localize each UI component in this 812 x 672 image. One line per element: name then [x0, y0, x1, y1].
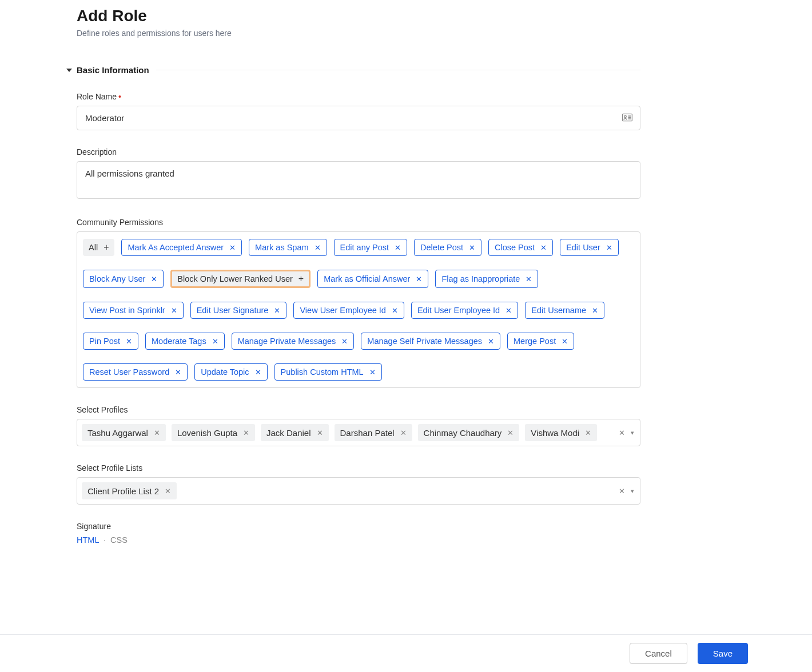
remove-icon[interactable]: ✕: [151, 275, 157, 283]
profile-tag[interactable]: Lovenish Gupta✕: [172, 424, 255, 441]
save-button[interactable]: Save: [698, 643, 748, 664]
remove-icon[interactable]: ✕: [126, 338, 132, 345]
remove-icon[interactable]: ✕: [165, 487, 171, 495]
permission-chip[interactable]: Manage Self Private Messages✕: [361, 333, 500, 350]
remove-icon[interactable]: ✕: [171, 307, 177, 314]
permission-chip[interactable]: Pin Post✕: [83, 333, 138, 350]
role-name-input[interactable]: [77, 106, 640, 130]
svg-point-1: [624, 115, 627, 118]
remove-icon[interactable]: ✕: [507, 429, 514, 437]
footer: Cancel Save: [0, 634, 812, 672]
profile-list-tag[interactable]: Client Profile List 2✕: [82, 482, 177, 499]
community-permissions-box[interactable]: All+Mark As Accepted Answer✕Mark as Spam…: [77, 231, 640, 388]
remove-icon[interactable]: ✕: [229, 244, 236, 251]
permission-chip[interactable]: Flag as Inappropriate✕: [435, 270, 538, 288]
permission-chip[interactable]: Manage Private Messages✕: [232, 333, 355, 350]
remove-icon[interactable]: ✕: [395, 244, 401, 251]
profile-tag[interactable]: Chinmay Chaudhary✕: [418, 424, 520, 441]
description-label: Description: [77, 147, 640, 157]
remove-icon[interactable]: ✕: [392, 307, 398, 314]
permission-chip[interactable]: Block Any User✕: [83, 270, 164, 288]
remove-icon[interactable]: ✕: [585, 429, 591, 437]
select-profiles-label: Select Profiles: [77, 405, 640, 414]
permission-chip[interactable]: Edit User Signature✕: [190, 302, 287, 319]
permission-chip-all[interactable]: All+: [83, 239, 114, 256]
remove-icon[interactable]: ✕: [562, 338, 568, 345]
chevron-down-icon[interactable]: ▾: [631, 487, 634, 495]
remove-icon[interactable]: ✕: [469, 244, 475, 251]
remove-icon[interactable]: ✕: [505, 307, 512, 314]
remove-icon[interactable]: ✕: [255, 369, 261, 376]
profile-tag[interactable]: Tashu Aggarwal✕: [82, 424, 166, 441]
remove-icon[interactable]: ✕: [315, 244, 321, 251]
clear-all-icon[interactable]: ✕: [619, 487, 625, 495]
remove-icon[interactable]: ✕: [154, 429, 160, 437]
select-profiles-box[interactable]: Tashu Aggarwal✕Lovenish Gupta✕Jack Danie…: [77, 419, 640, 446]
permission-chip[interactable]: Moderate Tags✕: [145, 333, 225, 350]
permission-chip[interactable]: Merge Post✕: [507, 333, 574, 350]
community-permissions-label: Community Permissions: [77, 218, 640, 227]
section-divider: [156, 70, 640, 70]
signature-label: Signature: [77, 522, 640, 531]
profile-tag[interactable]: Vishwa Modi✕: [525, 424, 597, 441]
remove-icon[interactable]: ✕: [369, 369, 376, 376]
remove-icon[interactable]: ✕: [175, 369, 181, 376]
cancel-button[interactable]: Cancel: [630, 643, 687, 664]
permission-chip[interactable]: Mark as Spam✕: [249, 239, 327, 256]
remove-icon[interactable]: ✕: [400, 429, 407, 437]
id-card-icon: [622, 113, 632, 123]
remove-icon[interactable]: ✕: [212, 338, 218, 345]
permission-chip[interactable]: Edit User✕: [560, 239, 619, 256]
remove-icon[interactable]: ✕: [416, 275, 422, 283]
role-name-label: Role Name•: [77, 92, 640, 101]
plus-icon[interactable]: +: [104, 243, 109, 252]
collapse-caret-icon[interactable]: [66, 69, 72, 72]
permission-chip[interactable]: Mark As Accepted Answer✕: [121, 239, 242, 256]
profile-tag[interactable]: Jack Daniel✕: [261, 424, 329, 441]
tab-css[interactable]: CSS: [110, 535, 128, 545]
section-label: Basic Information: [77, 65, 149, 75]
permission-chip[interactable]: Edit any Post✕: [334, 239, 407, 256]
remove-icon[interactable]: ✕: [317, 429, 323, 437]
section-basic-info[interactable]: Basic Information: [66, 65, 640, 75]
tab-html[interactable]: HTML: [77, 535, 99, 545]
permission-chip[interactable]: View User Employee Id✕: [293, 302, 404, 319]
permission-chip[interactable]: Publish Custom HTML✕: [274, 363, 382, 381]
profile-tag[interactable]: Darshan Patel✕: [335, 424, 412, 441]
tab-separator: ·: [104, 535, 106, 545]
remove-icon[interactable]: ✕: [540, 244, 547, 251]
remove-icon[interactable]: ✕: [274, 307, 280, 314]
remove-icon[interactable]: ✕: [526, 275, 532, 283]
remove-icon[interactable]: ✕: [488, 338, 494, 345]
permission-chip[interactable]: Delete Post✕: [414, 239, 481, 256]
description-input[interactable]: All permissions granted: [77, 161, 640, 199]
permission-chip[interactable]: Edit Username✕: [525, 302, 604, 319]
page-subtitle: Define roles and permissions for users h…: [77, 29, 640, 38]
permission-chip[interactable]: Mark as Official Answer✕: [317, 270, 428, 288]
remove-icon[interactable]: ✕: [592, 307, 598, 314]
permission-chip[interactable]: Update Topic✕: [194, 363, 267, 381]
permission-chip[interactable]: Reset User Password✕: [83, 363, 188, 381]
plus-icon[interactable]: +: [298, 274, 304, 283]
clear-all-icon[interactable]: ✕: [619, 429, 625, 437]
select-profile-lists-box[interactable]: Client Profile List 2✕ ✕ ▾: [77, 477, 640, 505]
remove-icon[interactable]: ✕: [243, 429, 249, 437]
permission-chip[interactable]: View Post in Sprinklr✕: [83, 302, 184, 319]
page-title: Add Role: [77, 7, 640, 25]
select-profile-lists-label: Select Profile Lists: [77, 463, 640, 473]
remove-icon[interactable]: ✕: [341, 338, 348, 345]
permission-chip[interactable]: Edit User Employee Id✕: [411, 302, 518, 319]
permission-chip[interactable]: Close Post✕: [488, 239, 553, 256]
chevron-down-icon[interactable]: ▾: [631, 429, 634, 437]
remove-icon[interactable]: ✕: [606, 244, 612, 251]
permission-chip-highlighted[interactable]: Block Only Lower Ranked User+: [170, 270, 311, 288]
